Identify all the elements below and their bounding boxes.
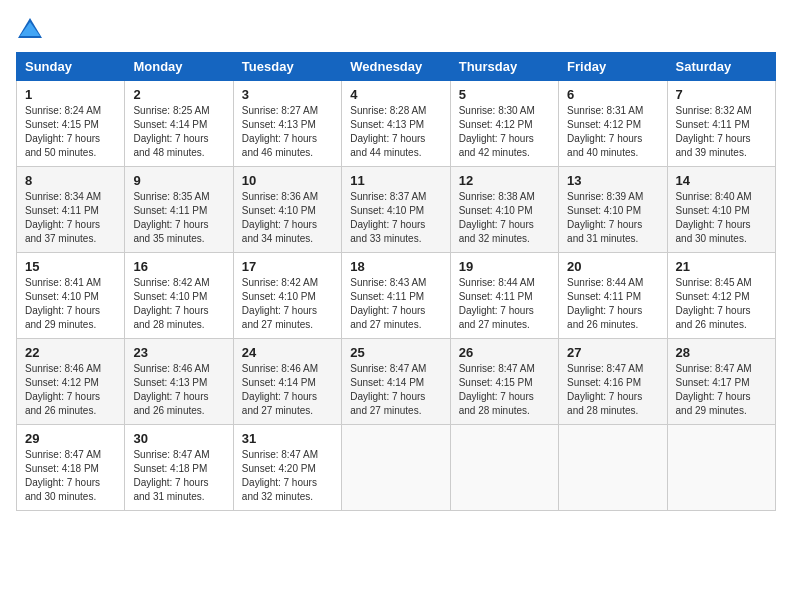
week-row-1: 1Sunrise: 8:24 AMSunset: 4:15 PMDaylight…: [17, 81, 776, 167]
day-cell-22: 22Sunrise: 8:46 AMSunset: 4:12 PMDayligh…: [17, 339, 125, 425]
day-cell-17: 17Sunrise: 8:42 AMSunset: 4:10 PMDayligh…: [233, 253, 341, 339]
day-number: 8: [25, 173, 116, 188]
day-number: 6: [567, 87, 658, 102]
day-number: 19: [459, 259, 550, 274]
day-cell-25: 25Sunrise: 8:47 AMSunset: 4:14 PMDayligh…: [342, 339, 450, 425]
day-cell-18: 18Sunrise: 8:43 AMSunset: 4:11 PMDayligh…: [342, 253, 450, 339]
day-number: 22: [25, 345, 116, 360]
page-header: [16, 16, 776, 44]
day-number: 7: [676, 87, 767, 102]
day-cell-28: 28Sunrise: 8:47 AMSunset: 4:17 PMDayligh…: [667, 339, 775, 425]
header-row: SundayMondayTuesdayWednesdayThursdayFrid…: [17, 53, 776, 81]
col-header-saturday: Saturday: [667, 53, 775, 81]
day-number: 24: [242, 345, 333, 360]
day-cell-4: 4Sunrise: 8:28 AMSunset: 4:13 PMDaylight…: [342, 81, 450, 167]
week-row-4: 22Sunrise: 8:46 AMSunset: 4:12 PMDayligh…: [17, 339, 776, 425]
day-info: Sunrise: 8:27 AMSunset: 4:13 PMDaylight:…: [242, 105, 318, 158]
day-cell-29: 29Sunrise: 8:47 AMSunset: 4:18 PMDayligh…: [17, 425, 125, 511]
day-cell-14: 14Sunrise: 8:40 AMSunset: 4:10 PMDayligh…: [667, 167, 775, 253]
day-info: Sunrise: 8:41 AMSunset: 4:10 PMDaylight:…: [25, 277, 101, 330]
day-number: 26: [459, 345, 550, 360]
day-info: Sunrise: 8:47 AMSunset: 4:16 PMDaylight:…: [567, 363, 643, 416]
empty-cell: [342, 425, 450, 511]
day-number: 13: [567, 173, 658, 188]
logo: [16, 16, 48, 44]
day-info: Sunrise: 8:32 AMSunset: 4:11 PMDaylight:…: [676, 105, 752, 158]
day-number: 11: [350, 173, 441, 188]
day-number: 12: [459, 173, 550, 188]
day-cell-23: 23Sunrise: 8:46 AMSunset: 4:13 PMDayligh…: [125, 339, 233, 425]
logo-icon: [16, 16, 44, 44]
day-info: Sunrise: 8:46 AMSunset: 4:13 PMDaylight:…: [133, 363, 209, 416]
day-cell-11: 11Sunrise: 8:37 AMSunset: 4:10 PMDayligh…: [342, 167, 450, 253]
col-header-monday: Monday: [125, 53, 233, 81]
day-info: Sunrise: 8:47 AMSunset: 4:18 PMDaylight:…: [133, 449, 209, 502]
day-info: Sunrise: 8:31 AMSunset: 4:12 PMDaylight:…: [567, 105, 643, 158]
day-info: Sunrise: 8:40 AMSunset: 4:10 PMDaylight:…: [676, 191, 752, 244]
day-info: Sunrise: 8:37 AMSunset: 4:10 PMDaylight:…: [350, 191, 426, 244]
day-number: 28: [676, 345, 767, 360]
day-cell-30: 30Sunrise: 8:47 AMSunset: 4:18 PMDayligh…: [125, 425, 233, 511]
day-cell-16: 16Sunrise: 8:42 AMSunset: 4:10 PMDayligh…: [125, 253, 233, 339]
calendar-table: SundayMondayTuesdayWednesdayThursdayFrid…: [16, 52, 776, 511]
day-cell-20: 20Sunrise: 8:44 AMSunset: 4:11 PMDayligh…: [559, 253, 667, 339]
col-header-wednesday: Wednesday: [342, 53, 450, 81]
day-info: Sunrise: 8:24 AMSunset: 4:15 PMDaylight:…: [25, 105, 101, 158]
day-number: 25: [350, 345, 441, 360]
day-number: 29: [25, 431, 116, 446]
day-cell-8: 8Sunrise: 8:34 AMSunset: 4:11 PMDaylight…: [17, 167, 125, 253]
day-cell-13: 13Sunrise: 8:39 AMSunset: 4:10 PMDayligh…: [559, 167, 667, 253]
empty-cell: [450, 425, 558, 511]
day-number: 20: [567, 259, 658, 274]
day-number: 27: [567, 345, 658, 360]
day-number: 5: [459, 87, 550, 102]
day-info: Sunrise: 8:44 AMSunset: 4:11 PMDaylight:…: [459, 277, 535, 330]
day-number: 2: [133, 87, 224, 102]
day-info: Sunrise: 8:28 AMSunset: 4:13 PMDaylight:…: [350, 105, 426, 158]
day-info: Sunrise: 8:47 AMSunset: 4:18 PMDaylight:…: [25, 449, 101, 502]
day-info: Sunrise: 8:42 AMSunset: 4:10 PMDaylight:…: [242, 277, 318, 330]
day-cell-19: 19Sunrise: 8:44 AMSunset: 4:11 PMDayligh…: [450, 253, 558, 339]
day-cell-3: 3Sunrise: 8:27 AMSunset: 4:13 PMDaylight…: [233, 81, 341, 167]
day-info: Sunrise: 8:36 AMSunset: 4:10 PMDaylight:…: [242, 191, 318, 244]
day-cell-9: 9Sunrise: 8:35 AMSunset: 4:11 PMDaylight…: [125, 167, 233, 253]
empty-cell: [559, 425, 667, 511]
day-cell-1: 1Sunrise: 8:24 AMSunset: 4:15 PMDaylight…: [17, 81, 125, 167]
day-cell-27: 27Sunrise: 8:47 AMSunset: 4:16 PMDayligh…: [559, 339, 667, 425]
day-number: 1: [25, 87, 116, 102]
day-number: 30: [133, 431, 224, 446]
day-info: Sunrise: 8:35 AMSunset: 4:11 PMDaylight:…: [133, 191, 209, 244]
day-cell-7: 7Sunrise: 8:32 AMSunset: 4:11 PMDaylight…: [667, 81, 775, 167]
day-number: 21: [676, 259, 767, 274]
day-cell-10: 10Sunrise: 8:36 AMSunset: 4:10 PMDayligh…: [233, 167, 341, 253]
col-header-tuesday: Tuesday: [233, 53, 341, 81]
day-info: Sunrise: 8:30 AMSunset: 4:12 PMDaylight:…: [459, 105, 535, 158]
empty-cell: [667, 425, 775, 511]
day-info: Sunrise: 8:34 AMSunset: 4:11 PMDaylight:…: [25, 191, 101, 244]
day-info: Sunrise: 8:25 AMSunset: 4:14 PMDaylight:…: [133, 105, 209, 158]
week-row-3: 15Sunrise: 8:41 AMSunset: 4:10 PMDayligh…: [17, 253, 776, 339]
day-number: 16: [133, 259, 224, 274]
day-number: 18: [350, 259, 441, 274]
day-cell-5: 5Sunrise: 8:30 AMSunset: 4:12 PMDaylight…: [450, 81, 558, 167]
week-row-5: 29Sunrise: 8:47 AMSunset: 4:18 PMDayligh…: [17, 425, 776, 511]
week-row-2: 8Sunrise: 8:34 AMSunset: 4:11 PMDaylight…: [17, 167, 776, 253]
day-number: 23: [133, 345, 224, 360]
day-cell-26: 26Sunrise: 8:47 AMSunset: 4:15 PMDayligh…: [450, 339, 558, 425]
day-info: Sunrise: 8:46 AMSunset: 4:14 PMDaylight:…: [242, 363, 318, 416]
day-number: 15: [25, 259, 116, 274]
day-info: Sunrise: 8:44 AMSunset: 4:11 PMDaylight:…: [567, 277, 643, 330]
svg-marker-1: [20, 22, 40, 36]
day-info: Sunrise: 8:47 AMSunset: 4:17 PMDaylight:…: [676, 363, 752, 416]
day-info: Sunrise: 8:39 AMSunset: 4:10 PMDaylight:…: [567, 191, 643, 244]
day-cell-12: 12Sunrise: 8:38 AMSunset: 4:10 PMDayligh…: [450, 167, 558, 253]
col-header-thursday: Thursday: [450, 53, 558, 81]
day-cell-31: 31Sunrise: 8:47 AMSunset: 4:20 PMDayligh…: [233, 425, 341, 511]
col-header-sunday: Sunday: [17, 53, 125, 81]
day-info: Sunrise: 8:47 AMSunset: 4:14 PMDaylight:…: [350, 363, 426, 416]
day-info: Sunrise: 8:43 AMSunset: 4:11 PMDaylight:…: [350, 277, 426, 330]
day-info: Sunrise: 8:45 AMSunset: 4:12 PMDaylight:…: [676, 277, 752, 330]
day-cell-24: 24Sunrise: 8:46 AMSunset: 4:14 PMDayligh…: [233, 339, 341, 425]
day-cell-21: 21Sunrise: 8:45 AMSunset: 4:12 PMDayligh…: [667, 253, 775, 339]
day-info: Sunrise: 8:46 AMSunset: 4:12 PMDaylight:…: [25, 363, 101, 416]
